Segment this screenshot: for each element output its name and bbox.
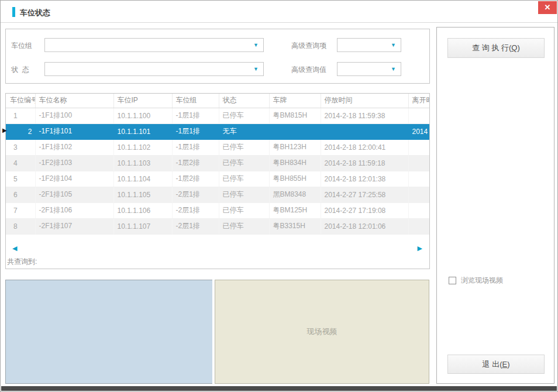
col-header-name[interactable]: 车位名称 <box>35 94 113 108</box>
parking-status-dialog: 车位状态 ✕ 车位组 ▼ 高级查询项 ▼ 状 态 ▼ 高级查询值 ▼ 车位编号 <box>0 0 558 392</box>
cell-no: 3 <box>6 139 35 155</box>
table-row[interactable]: 4-1F2排10310.1.1.103-1层2排已停车粤BH834H2014-2… <box>6 155 430 171</box>
query-button-label-end: ) <box>517 43 519 52</box>
table-row[interactable]: 8-2F1排10710.1.1.107-2层1排已停车粤B3315H2014-2… <box>6 218 430 234</box>
exit-button-label-end: ) <box>507 360 509 369</box>
cell-plate: 粤BM815H <box>269 108 321 123</box>
title-accent-bar <box>12 7 15 17</box>
exit-button[interactable]: 退 出(E) <box>447 355 545 374</box>
col-header-park-time[interactable]: 停放时间 <box>321 94 408 108</box>
chevron-down-icon: ▼ <box>391 66 396 72</box>
col-header-ip[interactable]: 车位IP <box>113 94 172 108</box>
cell-ip: 10.1.1.102 <box>113 139 172 155</box>
cell-park_time: 2014-2-18 12:00:41 <box>321 139 408 155</box>
cell-status: 已停车 <box>219 187 269 202</box>
cell-leave_time <box>408 139 430 155</box>
checkbox-box-icon <box>449 277 456 284</box>
cell-name: -1F2排104 <box>35 171 113 187</box>
cell-no: 2 <box>6 123 35 139</box>
chevron-down-icon: ▼ <box>253 66 259 72</box>
title-bar: 车位状态 ✕ <box>1 1 557 23</box>
cell-status: 无车 <box>219 123 269 139</box>
table-row[interactable]: 3-1F1排10210.1.1.102-1层1排已停车粤BH123H2014-2… <box>6 139 430 155</box>
cell-leave_time <box>408 218 430 234</box>
advanced-query-value-dropdown[interactable]: ▼ <box>337 62 401 76</box>
cell-no: 5 <box>6 171 35 187</box>
table-row[interactable]: 2-1F1排10110.1.1.101-1层1排无车2014 <box>6 123 430 139</box>
exit-button-hotkey: E <box>502 360 507 369</box>
cell-park_time: 2014-2-18 11:59:18 <box>321 155 408 171</box>
result-table-panel: 车位编号 车位名称 车位IP 车位组 状态 车牌 停放时间 离开时间 1-1F1… <box>5 93 430 269</box>
query-button-label: 查 询 执 行( <box>472 43 511 52</box>
cell-park_time <box>321 123 408 139</box>
query-execute-button[interactable]: 查 询 执 行(Q) <box>447 38 545 58</box>
query-summary-label: 共查询到: <box>7 257 37 267</box>
cell-status: 已停车 <box>219 155 269 171</box>
table-header-row: 车位编号 车位名称 车位IP 车位组 状态 车牌 停放时间 离开时间 <box>6 94 430 108</box>
cell-plate: 粤B3315H <box>269 218 321 234</box>
table-row[interactable]: 6-2F1排10510.1.1.105-2层1排已停车黑BM83482014-2… <box>6 187 430 202</box>
exit-button-label: 退 出( <box>483 360 502 369</box>
cell-group: -2层1排 <box>172 187 219 202</box>
video-placeholder-label: 现场视频 <box>307 326 337 337</box>
table-row[interactable]: 7-2F1排10610.1.1.106-2层1排已停车粤BM125H2014-2… <box>6 202 430 218</box>
selected-row-marker-icon: ▶ <box>2 127 7 134</box>
cell-name: -1F1排102 <box>35 139 113 155</box>
cell-no: 6 <box>6 187 35 202</box>
col-header-status[interactable]: 状态 <box>219 94 269 108</box>
status-label: 状 态 <box>11 65 29 75</box>
cell-group: -2层1排 <box>172 202 219 218</box>
video-panel-right: 现场视频 <box>215 280 429 384</box>
cell-group: -1层2排 <box>172 171 219 187</box>
parking-group-label: 车位组 <box>11 41 32 51</box>
table-row[interactable]: 5-1F2排10410.1.1.104-1层2排已停车粤BH855H2014-2… <box>6 171 430 187</box>
status-dropdown[interactable]: ▼ <box>44 62 264 76</box>
cell-no: 4 <box>6 155 35 171</box>
cell-park_time: 2014-2-27 17:25:58 <box>321 187 408 202</box>
cell-plate: 黑BM8348 <box>269 187 321 202</box>
cell-ip: 10.1.1.101 <box>113 123 172 139</box>
cell-name: -2F1排106 <box>35 202 113 218</box>
cell-name: -2F1排105 <box>35 187 113 202</box>
cell-group: -1层1排 <box>172 139 219 155</box>
chevron-down-icon: ▼ <box>391 42 396 48</box>
cell-plate: 粤BH123H <box>269 139 321 155</box>
cell-leave_time: 2014 <box>408 123 430 139</box>
cell-leave_time <box>408 108 430 123</box>
cell-group: -1层1排 <box>172 108 219 123</box>
cell-ip: 10.1.1.103 <box>113 155 172 171</box>
cell-name: -1F1排100 <box>35 108 113 123</box>
cell-leave_time <box>408 171 430 187</box>
table-row[interactable]: 1-1F1排10010.1.1.100-1层1排已停车粤BM815H2014-2… <box>6 108 430 123</box>
col-header-leave-time[interactable]: 离开时间 <box>408 94 430 108</box>
cell-plate: 粤BH855H <box>269 171 321 187</box>
advanced-query-item-label: 高级查询项 <box>291 41 326 51</box>
cell-no: 7 <box>6 202 35 218</box>
cell-ip: 10.1.1.107 <box>113 218 172 234</box>
col-header-no[interactable]: 车位编号 <box>6 94 35 108</box>
cell-park_time: 2014-2-18 12:01:38 <box>321 171 408 187</box>
advanced-query-item-dropdown[interactable]: ▼ <box>337 38 401 52</box>
parking-table: 车位编号 车位名称 车位IP 车位组 状态 车牌 停放时间 离开时间 1-1F1… <box>6 94 430 235</box>
browse-video-checkbox[interactable]: 浏览现场视频 <box>449 276 503 286</box>
col-header-group[interactable]: 车位组 <box>172 94 219 108</box>
cell-no: 1 <box>6 108 35 123</box>
cell-group: -1层2排 <box>172 155 219 171</box>
cell-park_time: 2014-2-18 12:01:06 <box>321 218 408 234</box>
cell-ip: 10.1.1.106 <box>113 202 172 218</box>
scroll-right-icon[interactable]: ▶ <box>418 245 422 252</box>
cell-group: -2层1排 <box>172 218 219 234</box>
cell-plate <box>269 123 321 139</box>
cell-leave_time <box>408 202 430 218</box>
cell-status: 已停车 <box>219 171 269 187</box>
col-header-plate[interactable]: 车牌 <box>269 94 321 108</box>
cell-no: 8 <box>6 218 35 234</box>
cell-park_time: 2014-2-27 17:19:08 <box>321 202 408 218</box>
parking-group-dropdown[interactable]: ▼ <box>44 38 264 52</box>
cell-status: 已停车 <box>219 202 269 218</box>
close-button[interactable]: ✕ <box>538 1 557 14</box>
video-panel-left <box>5 280 212 384</box>
window-title: 车位状态 <box>20 8 50 18</box>
cell-leave_time <box>408 155 430 171</box>
scroll-left-icon[interactable]: ◀ <box>12 245 17 252</box>
